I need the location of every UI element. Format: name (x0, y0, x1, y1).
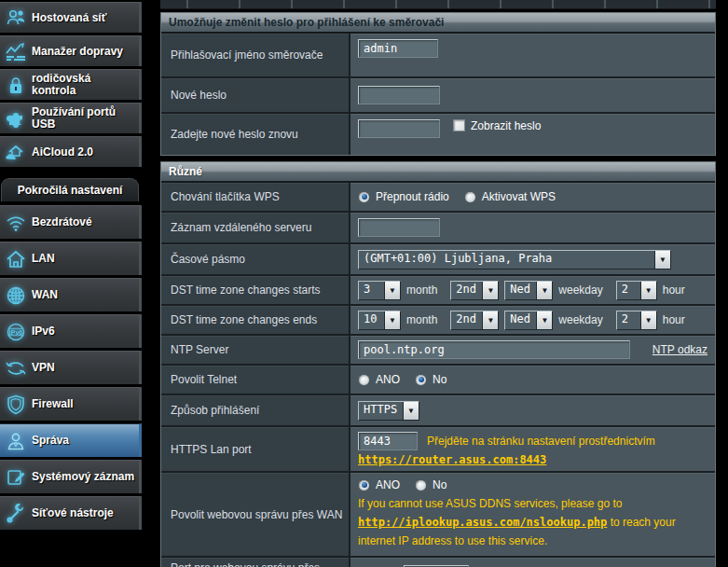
sidebar-item-aicloud[interactable]: AiCloud 2.0 (0, 136, 142, 167)
chevron-down-icon: ▼ (482, 282, 498, 299)
dst-start-month-select[interactable]: 3 ▼ (358, 281, 401, 300)
auth-method-select[interactable]: HTTPS ▼ (358, 401, 419, 421)
wps-behavior-cell: Přepnout rádio Aktivovat WPS (350, 183, 715, 211)
sidebar-item-traffic-manager[interactable]: Manažer dopravy (0, 35, 142, 66)
dst-end-month-unit: month (406, 313, 437, 326)
timezone-label: Časové pásmo (161, 244, 350, 274)
wan-port-cell: HTTPS: (350, 558, 715, 567)
timezone-select[interactable]: (GMT+01:00) Ljubljana, Praha ▼ (358, 250, 671, 270)
dst-start-weekday-select[interactable]: Ned ▼ (504, 281, 553, 300)
ntp-server-label: NTP Server (161, 336, 350, 364)
dst-end-month-select[interactable]: 10 ▼ (358, 311, 401, 330)
remote-log-cell (350, 213, 715, 242)
dst-end-hour-value: 2 (617, 311, 633, 329)
retype-password-label: Zadejte nové heslo znovu (161, 114, 350, 155)
sidebar-item-administration[interactable]: Správa (0, 423, 142, 457)
telnet-yes-radio[interactable] (358, 374, 370, 386)
dst-start-month-unit: month (406, 284, 437, 297)
sidebar-item-label: AiCloud 2.0 (32, 146, 95, 159)
wan-access-yes-radio[interactable] (358, 479, 370, 491)
timezone-row: Časové pásmo (GMT+01:00) Ljubljana, Prah… (161, 244, 715, 276)
ntp-server-input[interactable] (358, 340, 630, 359)
remote-log-label: Záznam vzdáleného serveru (161, 213, 350, 242)
dst-end-month-value: 10 (359, 311, 381, 329)
ddns-note-before: If you cannot use ASUS DDNS services, pl… (358, 497, 622, 510)
wan-access-no-label: No (433, 478, 446, 491)
dst-end-hour-select[interactable]: 2 ▼ (616, 311, 657, 330)
misc-panel-title: Různé (161, 162, 715, 183)
sidebar-item-wan[interactable]: WAN (0, 278, 142, 311)
auth-method-label: Způsob přihlášení (161, 395, 350, 425)
dst-end-week-select[interactable]: 2nd ▼ (450, 311, 499, 330)
sidebar-item-ipv6[interactable]: IPv6 IPv6 (0, 314, 142, 348)
page: Hostovaná síť Manažer dopravy rodičovská… (0, 0, 728, 567)
wan-access-cell: ANO No If you cannot use ASUS DDNS servi… (350, 473, 715, 556)
dst-end-weekday-unit: weekday (558, 313, 602, 326)
wan-port-label: Port pro webovou správu přes WAN (161, 558, 350, 567)
router-login-name-cell (350, 34, 715, 76)
auth-method-row: Způsob přihlášení HTTPS ▼ (161, 395, 715, 427)
show-password-checkbox[interactable] (453, 119, 465, 131)
dst-start-hour-value: 2 (617, 282, 633, 299)
wps-toggle-radio-radio[interactable] (358, 191, 370, 203)
lan-icon (0, 249, 32, 270)
router-login-name-input[interactable] (358, 39, 438, 58)
sidebar-item-lan[interactable]: LAN (0, 242, 142, 275)
dst-end-weekday-select[interactable]: Ned ▼ (504, 311, 553, 330)
sidebar-item-wireless[interactable]: Bezdrátové (0, 205, 142, 239)
retype-password-input[interactable] (358, 119, 440, 138)
sidebar-item-vpn[interactable]: VPN (0, 351, 142, 384)
dst-end-row: DST time zone changes ends 10 ▼ month 2n… (161, 306, 715, 336)
sidebar-item-label: Manažer dopravy (32, 46, 125, 58)
chevron-down-icon: ▼ (654, 251, 670, 269)
sidebar-item-usb-application[interactable]: Používání portů USB (0, 103, 142, 133)
dst-start-cell: 3 ▼ month 2nd ▼ Ned ▼ weekday 2 (350, 276, 715, 304)
guest-network-icon (0, 8, 32, 27)
remote-log-row: Záznam vzdáleného serveru (161, 213, 715, 244)
timezone-cell: (GMT+01:00) Ljubljana, Praha ▼ (350, 244, 715, 274)
firewall-icon (0, 394, 32, 415)
new-password-input[interactable] (358, 86, 440, 104)
sidebar-item-system-log[interactable]: Systémový záznam (0, 460, 142, 493)
ddns-note: If you cannot use ASUS DDNS services, pl… (358, 494, 707, 550)
retype-password-row: Zadejte nové heslo znovu Zobrazit heslo (161, 114, 715, 155)
dst-start-hour-select[interactable]: 2 ▼ (616, 281, 657, 300)
vpn-icon (0, 359, 32, 378)
remote-log-input[interactable] (358, 218, 440, 237)
wan-port-row: Port pro webovou správu přes WAN HTTPS: (161, 558, 715, 567)
ntp-link[interactable]: NTP odkaz (652, 343, 707, 356)
sidebar-item-label: VPN (32, 362, 57, 374)
router-settings-link[interactable]: https://router.asus.com:8443 (358, 453, 546, 466)
sidebar-item-guest-network[interactable]: Hostovaná síť (0, 2, 142, 33)
sidebar-item-firewall[interactable]: Firewall (0, 387, 142, 421)
retype-password-cell: Zobrazit heslo (350, 114, 715, 155)
chevron-down-icon: ▼ (384, 282, 400, 299)
sidebar-item-label: IPv6 (32, 325, 57, 338)
sidebar: Hostovaná síť Manažer dopravy rodičovská… (0, 0, 142, 567)
sidebar-item-label: Bezdrátové (32, 216, 94, 228)
sidebar-item-network-tools[interactable]: Síťové nástroje (0, 496, 142, 530)
wps-toggle-radio-label: Přepnout rádio (376, 190, 449, 203)
wan-icon (0, 285, 32, 306)
wan-access-no-radio[interactable] (415, 479, 427, 491)
password-panel-title: Umožňuje změnit heslo pro přihlášení ke … (161, 13, 715, 34)
dst-start-label: DST time zone changes starts (161, 276, 350, 304)
https-lan-port-hint: Přejděte na stránku nastavení prostředni… (427, 435, 655, 448)
dst-start-week-select[interactable]: 2nd ▼ (450, 281, 499, 300)
https-lan-port-input[interactable] (358, 432, 418, 450)
chevron-down-icon: ▼ (640, 311, 656, 329)
telnet-no-radio[interactable] (415, 374, 427, 386)
wps-activate-radio[interactable] (464, 191, 476, 203)
new-password-cell (350, 78, 715, 112)
telnet-label: Povolit Telnet (161, 366, 350, 394)
system-log-icon (0, 467, 32, 488)
sidebar-item-parental-control[interactable]: rodičovská kontrola (0, 69, 142, 100)
svg-text:IPv6: IPv6 (9, 328, 23, 335)
wan-access-row: Povolit webovou správu přes WAN ANO No I… (161, 473, 715, 558)
dst-start-weekday-unit: weekday (558, 284, 602, 297)
telnet-no-label: No (433, 373, 446, 386)
iplookup-link[interactable]: http://iplookup.asus.com/nslookup.php (358, 516, 607, 529)
sidebar-section-advanced-settings: Pokročilá nastavení (1, 178, 139, 201)
chevron-down-icon: ▼ (536, 311, 552, 329)
https-lan-port-row: HTTPS Lan port Přejděte na stránku nasta… (161, 427, 715, 473)
